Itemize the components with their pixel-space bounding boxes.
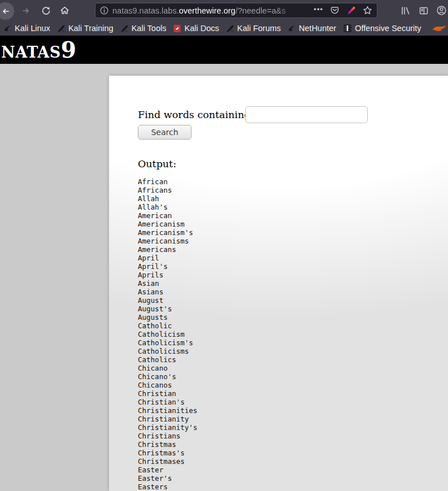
url-domain: overthewire.org — [179, 6, 236, 15]
word-item: Easter's — [138, 474, 197, 483]
word-item: Catholic — [138, 321, 197, 330]
word-item: Allah — [138, 194, 197, 203]
pocket-icon — [330, 6, 340, 15]
bookmark-page-button[interactable] — [363, 6, 372, 15]
page-actions-icon[interactable]: ••• — [314, 5, 323, 14]
back-button[interactable] — [0, 2, 15, 20]
bookmark-exploit-db[interactable] — [430, 23, 446, 36]
word-item: Chicano — [138, 364, 197, 372]
bookmark-label: NetHunter — [299, 24, 336, 33]
bookmark-label: Kali Tools — [132, 24, 167, 33]
back-icon — [1, 7, 10, 16]
orange-bug-icon — [430, 23, 446, 34]
word-item: Chicanos — [138, 381, 197, 389]
word-item: Americanisms — [138, 237, 197, 245]
search-label: Find words containing: — [138, 109, 254, 120]
word-item: Christianity — [138, 415, 197, 423]
bookmark-label: Kali Linux — [15, 24, 50, 33]
bookmarks-toolbar: Kali Linux Kali Training Kali Tools Kali… — [0, 21, 448, 36]
word-item: August's — [138, 305, 197, 313]
word-item: Chicano's — [138, 372, 197, 381]
word-item: Africans — [138, 186, 197, 194]
word-item: Catholicism — [138, 330, 197, 338]
bookmark-kali-docs[interactable]: Kali Docs — [173, 24, 219, 33]
needle-input[interactable] — [245, 106, 368, 123]
word-item: Christmas — [138, 440, 197, 449]
kali-dragon-icon — [288, 24, 296, 33]
kali-dragon-icon — [3, 24, 12, 33]
page-background: Find words containing: Search Output: Af… — [0, 64, 448, 491]
url-subdomain: natas9.natas.labs. — [112, 6, 179, 15]
word-item: Christianity's — [138, 423, 197, 432]
bookmark-label: Kali Training — [68, 24, 114, 33]
sword-icon — [226, 24, 234, 33]
sword-icon — [120, 24, 129, 33]
word-item: Easter — [138, 466, 197, 474]
site-header: natas9 — [0, 36, 448, 64]
bookmark-nethunter[interactable]: NetHunter — [288, 24, 336, 33]
info-icon — [100, 6, 108, 15]
pocket-button[interactable] — [330, 6, 340, 15]
bookmark-kali-tools[interactable]: Kali Tools — [120, 24, 167, 33]
library-button[interactable] — [400, 0, 410, 21]
browser-window: natas9.natas.labs.overthewire.org/?needl… — [0, 0, 448, 491]
bookmark-kali-linux[interactable]: Kali Linux — [3, 24, 50, 33]
reload-icon — [41, 6, 51, 15]
bookmark-offensive-security[interactable]: Offensive Security — [343, 24, 421, 33]
word-list: AfricanAfricansAllahAllah'sAmericanAmeri… — [138, 177, 197, 491]
word-item: Christianities — [138, 406, 197, 415]
bookmark-label: Kali Docs — [184, 24, 219, 33]
forward-button[interactable] — [18, 0, 34, 21]
word-item: Christmas's — [138, 449, 197, 457]
pen-icon — [346, 6, 356, 15]
url-path: /?needle=a&s — [236, 6, 286, 15]
home-button[interactable] — [56, 0, 72, 21]
content-panel: Find words containing: Search Output: Af… — [109, 76, 448, 491]
offsec-icon — [343, 24, 352, 33]
word-item: Asians — [138, 288, 197, 296]
home-icon — [60, 6, 69, 15]
word-item: Americanism's — [138, 228, 197, 237]
word-item: Catholicism's — [138, 338, 197, 347]
bookmark-kali-forums[interactable]: Kali Forums — [226, 24, 281, 33]
page-title: natas9 — [0, 36, 448, 62]
reload-button[interactable] — [38, 0, 54, 21]
bookmark-star-icon — [363, 6, 372, 15]
output-heading: Output: — [138, 158, 176, 170]
word-item: Aprils — [138, 271, 197, 279]
account-button[interactable] — [436, 0, 447, 21]
sidebar-button[interactable] — [419, 0, 429, 21]
highlighter-extension-button[interactable] — [346, 6, 356, 15]
bookmark-label: Kali Forums — [237, 24, 281, 33]
word-item: African — [138, 177, 197, 186]
url-bar[interactable]: natas9.natas.labs.overthewire.org/?needl… — [95, 3, 377, 18]
library-icon — [400, 6, 410, 16]
word-item: Allah's — [138, 203, 197, 211]
word-item: August — [138, 296, 197, 305]
word-item: Easters — [138, 483, 197, 491]
word-item: Christian's — [138, 398, 197, 406]
word-item: Asian — [138, 279, 197, 288]
bookmark-label: Offensive Security — [355, 24, 421, 33]
account-icon — [436, 5, 447, 16]
word-item: Catholicisms — [138, 347, 197, 355]
search-button[interactable]: Search — [138, 125, 192, 140]
word-item: American — [138, 211, 197, 220]
word-item: Catholics — [138, 355, 197, 364]
sidebar-icon — [419, 6, 429, 16]
word-item: April — [138, 254, 197, 262]
word-item: Christians — [138, 432, 197, 440]
bookmark-kali-training[interactable]: Kali Training — [57, 24, 114, 33]
word-item: Christian — [138, 389, 197, 398]
word-item: Augusts — [138, 313, 197, 321]
sword-icon — [57, 24, 66, 33]
word-item: April's — [138, 262, 197, 271]
url-text: natas9.natas.labs.overthewire.org/?needl… — [112, 6, 314, 15]
word-item: Americanism — [138, 220, 197, 228]
word-item: Americans — [138, 245, 197, 254]
red-book-icon — [173, 24, 181, 33]
forward-icon — [21, 6, 31, 15]
navigation-toolbar: natas9.natas.labs.overthewire.org/?needl… — [0, 0, 448, 21]
word-item: Christmases — [138, 457, 197, 466]
